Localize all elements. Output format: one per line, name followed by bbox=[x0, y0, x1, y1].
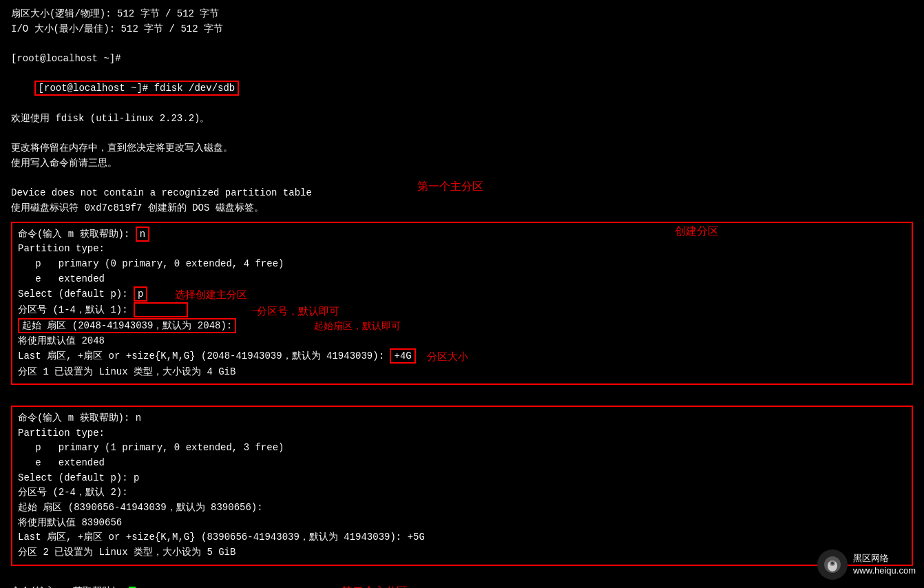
s1-line-cmd: 命令(输入 m 获取帮助): n bbox=[18, 227, 906, 242]
line-blank4 bbox=[11, 389, 913, 404]
line-sector-size: 扇区大小(逻辑/物理): 512 字节 / 512 字节 bbox=[11, 7, 913, 22]
s1-partition-set: 分区 1 已设置为 Linux 类型，大小设为 4 GiB bbox=[18, 365, 906, 380]
fdisk-command-highlight: [root@localhost ~]# fdisk /dev/sdb bbox=[34, 81, 240, 96]
line-dos-label: 使用磁盘标识符 0xd7c819f7 创建新的 DOS 磁盘标签。 bbox=[11, 201, 913, 216]
terminal-window: 扇区大小(逻辑/物理): 512 字节 / 512 字节 I/O 大小(最小/最… bbox=[0, 0, 924, 588]
partnum-box bbox=[134, 302, 188, 317]
s1-primary-option: p primary (0 primary, 0 extended, 4 free… bbox=[18, 257, 906, 272]
bottom-prompt: 命令(输入 m 获取帮助): bbox=[11, 585, 129, 588]
line-blank2 bbox=[11, 127, 913, 142]
line-io-size: I/O 大小(最小/最佳): 512 字节 / 512 字节 bbox=[11, 22, 913, 37]
line-welcome: 欢迎使用 fdisk (util-linux 2.23.2)。 bbox=[11, 112, 913, 127]
section2-box: 命令(输入 m 获取帮助): n Partition type: p prima… bbox=[11, 406, 913, 566]
line-prompt1: [root@localhost ~]# bbox=[11, 52, 913, 67]
s2-partition-set: 分区 2 已设置为 Linux 类型，大小设为 5 GiB bbox=[18, 545, 906, 560]
watermark-text-block: 黑区网络 www.heiqu.com bbox=[853, 552, 916, 577]
p-box: p bbox=[134, 286, 147, 302]
n-box: n bbox=[136, 227, 149, 242]
svg-point-3 bbox=[831, 562, 834, 565]
line-blank1 bbox=[11, 36, 913, 52]
annotation-second-primary: 第二个主分区 bbox=[342, 583, 408, 588]
line-blank5 bbox=[11, 570, 913, 585]
annotation-create: 创建分区 bbox=[675, 223, 719, 240]
s1-last-sector: Last 扇区, +扇区 or +size{K,M,G} (2048-41943… bbox=[18, 349, 416, 364]
s2-partition-type: Partition type: bbox=[18, 426, 906, 441]
s2-last-sector: Last 扇区, +扇区 or +size{K,M,G} (8390656-41… bbox=[18, 530, 906, 545]
s1-select-default: Select (default p): p bbox=[18, 287, 147, 302]
line-change-note2: 使用写入命令前请三思。 bbox=[11, 156, 913, 171]
annotation-first-primary: 第一个主分区 bbox=[417, 178, 483, 196]
s2-extended-option: e extended bbox=[18, 456, 906, 471]
watermark-icon bbox=[823, 555, 842, 574]
start-sector-box: 起始 扇区 (2048-41943039，默认为 2048): bbox=[18, 318, 236, 333]
s2-line-cmd: 命令(输入 m 获取帮助): n bbox=[18, 411, 906, 426]
s1-partnum: 分区号 (1-4，默认 1): bbox=[18, 303, 188, 318]
s2-primary-option: p primary (1 primary, 0 extended, 3 free… bbox=[18, 441, 906, 456]
s2-partnum: 分区号 (2-4，默认 2): bbox=[18, 485, 906, 501]
annotation-size: 分区大小 bbox=[427, 348, 468, 364]
annotation-primary: 选择创建主分区 bbox=[175, 286, 247, 302]
section1-box: 创建分区 命令(输入 m 获取帮助): n Partition type: p … bbox=[11, 222, 913, 386]
s1-partition-type: Partition type: bbox=[18, 242, 906, 257]
watermark-line1: 黑区网络 bbox=[853, 552, 916, 565]
s2-default: 将使用默认值 8390656 bbox=[18, 516, 906, 531]
s1-start-sector: 起始 扇区 (2048-41943039，默认为 2048): bbox=[18, 319, 906, 334]
watermark-line2: www.heiqu.com bbox=[853, 565, 916, 577]
size-box: +4G bbox=[390, 348, 415, 364]
s1-extended-option: e extended bbox=[18, 272, 906, 287]
line-fdisk-cmd: [root@localhost ~]# fdisk /dev/sdb bbox=[11, 67, 913, 112]
s1-default2048: 将使用默认值 2048 bbox=[18, 334, 906, 349]
annotation-start: 起始扇区，默认即可 bbox=[314, 319, 401, 334]
s2-start-sector: 起始 扇区 (8390656-41943039，默认为 8390656): bbox=[18, 501, 906, 516]
line-change-note1: 更改将停留在内存中，直到您决定将更改写入磁盘。 bbox=[11, 141, 913, 156]
s2-select: Select (default p): p bbox=[18, 471, 906, 486]
annotation-partnum: 分区号，默认即可 bbox=[257, 303, 339, 319]
watermark-logo bbox=[817, 549, 848, 580]
watermark: 黑区网络 www.heiqu.com bbox=[817, 549, 916, 580]
